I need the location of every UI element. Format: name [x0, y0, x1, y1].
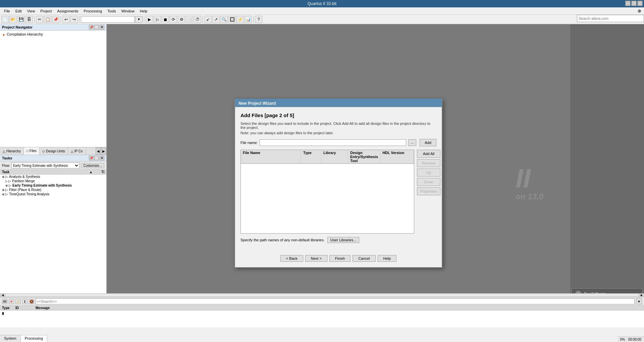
- menu-view[interactable]: View: [24, 8, 38, 14]
- filter-error-btn[interactable]: ✕: [9, 299, 14, 304]
- help-icon[interactable]: ⊕: [638, 8, 643, 13]
- menu-file[interactable]: File: [1, 8, 13, 14]
- filter-suppress-btn[interactable]: 🔕: [29, 299, 34, 304]
- task-expand-early[interactable]: ⊕: [5, 184, 8, 187]
- power-btn[interactable]: ⚡: [236, 16, 244, 23]
- analyze-btn[interactable]: ⚙: [178, 16, 185, 23]
- tab-ip-co[interactable]: △ IP Co: [68, 147, 86, 155]
- tasks-close-btn[interactable]: ✕: [100, 156, 104, 160]
- tab-nav-right[interactable]: ▶: [101, 147, 106, 155]
- compile-btn[interactable]: ▶: [146, 16, 153, 23]
- back-button[interactable]: < Back: [280, 255, 303, 262]
- down-button[interactable]: Down: [417, 178, 440, 186]
- search-dropdown[interactable]: ▼: [636, 298, 642, 304]
- run-btn[interactable]: ▷: [154, 16, 161, 23]
- stop-btn[interactable]: ◼: [162, 16, 169, 23]
- message-search-input[interactable]: [36, 298, 635, 304]
- menu-assignments[interactable]: Assignments: [55, 8, 81, 14]
- panel-pin-btn[interactable]: 📌: [89, 25, 94, 30]
- task-expand-timequest[interactable]: ⊕: [2, 193, 5, 196]
- pin-out-btn[interactable]: ↗: [212, 16, 220, 23]
- add-all-button[interactable]: Add All: [417, 150, 440, 158]
- save-all-btn[interactable]: 🗄: [25, 16, 33, 23]
- task-expand-partition[interactable]: ▷: [5, 180, 8, 183]
- toolbar: 📄 📂 💾 🗄 ✂ 📋 📌 ↩ ↪ ▼ ▶ ▷ ◼ ⟳ ⚙ ⬜ ⏱ ↙ ↗ 🔍 …: [0, 15, 644, 24]
- timing-btn[interactable]: ⏱: [194, 16, 201, 23]
- help-button[interactable]: Help: [378, 255, 397, 262]
- flow-select[interactable]: Early Timing Estimate with Synthesis: [11, 162, 80, 168]
- recompile-btn[interactable]: ⟳: [170, 16, 177, 23]
- task-row-analysis[interactable]: ⊕ ▷ Analysis & Synthesis: [0, 175, 106, 179]
- task-row-timequest[interactable]: ⊕ ▷ TimeQuest Timing Analysis: [0, 192, 106, 196]
- task-expand-fitter[interactable]: ⊕: [2, 188, 5, 192]
- add-button[interactable]: Add: [420, 139, 436, 146]
- filter-all-btn[interactable]: All: [2, 299, 7, 304]
- tasks-panel-controls[interactable]: 📌 ⬜ ✕: [89, 156, 104, 160]
- title-bar-controls[interactable]: — ❐ ✕: [625, 1, 643, 6]
- finish-button[interactable]: Finish: [329, 255, 351, 262]
- pin-in-btn[interactable]: ↙: [204, 16, 212, 23]
- scroll-right-btn[interactable]: ▶: [639, 294, 644, 297]
- menu-processing[interactable]: Processing: [81, 8, 105, 14]
- tasks-float-btn[interactable]: ⬜: [94, 156, 99, 160]
- scroll-left-btn[interactable]: ◀: [0, 294, 5, 297]
- tasks-title-bar: Tasks 📌 ⬜ ✕: [0, 155, 106, 161]
- fit-btn[interactable]: ⬜: [186, 16, 193, 23]
- tab-processing[interactable]: Processing: [21, 335, 47, 342]
- menu-window[interactable]: Window: [119, 8, 137, 14]
- menu-tools[interactable]: Tools: [105, 8, 119, 14]
- panel-close-btn[interactable]: ✕: [100, 25, 104, 30]
- minimize-button[interactable]: —: [625, 1, 631, 6]
- file-name-input[interactable]: [260, 139, 406, 146]
- up-button[interactable]: Up: [417, 168, 440, 177]
- task-row-early-timing[interactable]: ⊕ ▷ Early Timing Estimate with Synthesis: [0, 183, 106, 188]
- task-row-fitter[interactable]: ⊕ ▷ Fitter (Place & Route): [0, 188, 106, 192]
- panel-controls[interactable]: 📌 ⬜ ✕: [89, 25, 104, 30]
- horizontal-scrollbar[interactable]: ◀ ▶: [0, 293, 644, 297]
- tab-nav-left[interactable]: ◀: [96, 147, 101, 155]
- filter-info-btn[interactable]: ℹ: [22, 299, 28, 304]
- filter-warning-btn[interactable]: ⚠: [15, 299, 21, 304]
- tab-system[interactable]: System: [0, 335, 21, 342]
- close-button[interactable]: ✕: [637, 1, 643, 6]
- sep6: [253, 16, 254, 23]
- chip-btn[interactable]: 🔲: [228, 16, 236, 23]
- menu-help[interactable]: Help: [137, 8, 150, 14]
- tasks-pin-btn[interactable]: 📌: [89, 156, 94, 160]
- extra-btn[interactable]: ?: [255, 16, 262, 23]
- tab-design-units[interactable]: ◇ Design Units: [40, 147, 68, 155]
- open-btn[interactable]: 📂: [9, 16, 17, 23]
- cancel-button[interactable]: Cancel: [353, 255, 375, 262]
- undo-btn[interactable]: ↩: [62, 16, 70, 23]
- menu-project[interactable]: Project: [38, 8, 54, 14]
- properties-button[interactable]: Properties: [417, 187, 440, 195]
- customize-button[interactable]: Customize...: [81, 163, 104, 168]
- copy-btn[interactable]: 📋: [44, 16, 51, 23]
- file-name-label: File name:: [240, 141, 258, 145]
- bottom-toolbar: All ✕ ⚠ ℹ 🔕 ▼: [0, 297, 644, 306]
- cut-btn[interactable]: ✂: [36, 16, 43, 23]
- compilation-hierarchy-item[interactable]: ▲ Compilation Hierarchy: [1, 32, 105, 37]
- panel-float-btn[interactable]: ⬜: [94, 25, 99, 30]
- next-button[interactable]: Next >: [305, 255, 327, 262]
- redo-btn[interactable]: ↪: [70, 16, 78, 23]
- toolbar-input[interactable]: [81, 16, 135, 23]
- save-btn[interactable]: 💾: [17, 16, 25, 23]
- task-row-partition[interactable]: ▷ ▷ Partition Merge: [0, 179, 106, 183]
- remove-button[interactable]: Remove: [417, 159, 440, 167]
- task-expand-analysis[interactable]: ⊕: [2, 175, 5, 179]
- restore-button[interactable]: ❐: [631, 1, 637, 6]
- signal-btn[interactable]: 📊: [245, 16, 252, 23]
- browse-button[interactable]: ...: [408, 139, 416, 146]
- search-altera-input[interactable]: [577, 15, 644, 22]
- tab-nav[interactable]: ◀ ▶: [96, 147, 106, 155]
- tab-hierarchy[interactable]: △ Hierarchy: [0, 147, 24, 155]
- files-table-body: [241, 164, 414, 234]
- new-btn[interactable]: 📄: [1, 16, 9, 23]
- menu-edit[interactable]: Edit: [13, 8, 24, 14]
- rtl-btn[interactable]: 🔍: [220, 16, 228, 23]
- user-libraries-button[interactable]: User Libraries...: [327, 237, 360, 243]
- paste-btn[interactable]: 📌: [52, 16, 59, 23]
- tab-files[interactable]: □ Files: [24, 147, 40, 155]
- toolbar-dropdown[interactable]: ▼: [135, 16, 143, 23]
